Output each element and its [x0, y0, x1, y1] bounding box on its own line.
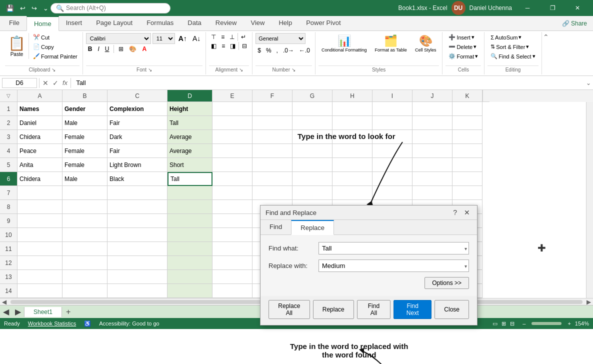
font-family-select[interactable]: Calibri	[86, 33, 151, 44]
cell-J3[interactable]	[412, 130, 452, 144]
cell-E1[interactable]	[212, 102, 252, 116]
cell-K2[interactable]	[452, 116, 482, 130]
tab-insert[interactable]: Insert	[59, 16, 90, 30]
zoom-in-icon[interactable]: +	[568, 320, 570, 326]
tab-file[interactable]: File	[2, 16, 26, 30]
select-all-icon[interactable]: ▽	[6, 93, 10, 98]
align-left-btn[interactable]: ◧	[209, 42, 218, 50]
cut-button[interactable]: ✂️ Cut	[31, 33, 80, 42]
cell-F4[interactable]	[252, 144, 292, 158]
bold-button[interactable]: B	[86, 45, 94, 53]
comma-btn[interactable]: ,	[274, 46, 280, 54]
cell-H3[interactable]	[332, 130, 372, 144]
font-size-select[interactable]: 11	[152, 33, 175, 44]
insert-function-icon[interactable]: fx	[62, 78, 68, 88]
format-as-table-button[interactable]: 🗂️ Format as Table	[372, 33, 410, 54]
cell-E4[interactable]	[212, 144, 252, 158]
cell-K6[interactable]	[452, 172, 482, 186]
dialog-tab-replace[interactable]: Replace	[291, 220, 334, 235]
increase-font-btn[interactable]: A↑	[176, 34, 189, 43]
scroll-sheets-left-icon[interactable]: ◀	[0, 307, 12, 316]
replace-with-dropdown-icon[interactable]: ▾	[464, 263, 467, 268]
cell-D7[interactable]	[168, 186, 212, 200]
col-header-D[interactable]: D	[168, 90, 212, 102]
row-header-2[interactable]: 2	[0, 116, 18, 130]
share-button[interactable]: 🔗 Share	[562, 20, 587, 27]
find-what-dropdown-icon[interactable]: ▾	[464, 246, 467, 251]
dialog-tab-find[interactable]: Find	[260, 220, 291, 234]
cell-C3[interactable]: Dark	[108, 130, 168, 144]
delete-button[interactable]: ➖ Delete ▾	[446, 42, 481, 51]
cell-H1[interactable]	[332, 102, 372, 116]
replace-button[interactable]: Replace	[313, 300, 354, 319]
cell-A6[interactable]: Chidera	[18, 172, 62, 186]
zoom-slider[interactable]	[532, 322, 562, 325]
cell-C7[interactable]	[108, 186, 168, 200]
sort-filter-button[interactable]: ⇅ Sort & Filter ▾	[488, 42, 538, 51]
align-middle-btn[interactable]: ≡	[219, 33, 226, 41]
cell-I1[interactable]	[372, 102, 412, 116]
find-select-button[interactable]: 🔍 Find & Select ▾	[488, 52, 538, 60]
col-header-J[interactable]: J	[412, 90, 452, 102]
restore-button[interactable]: ❐	[541, 0, 564, 16]
row-header-8[interactable]: 8	[0, 200, 18, 214]
col-header-A[interactable]: A	[18, 90, 62, 102]
paste-button[interactable]: 📋 Paste	[5, 33, 29, 59]
border-button[interactable]: ⊞	[116, 45, 126, 53]
format-painter-button[interactable]: 🖌️ Format Painter	[31, 52, 80, 60]
page-break-icon[interactable]: ⊟	[510, 320, 514, 327]
cell-B7[interactable]	[62, 186, 108, 200]
align-center-btn[interactable]: ≡	[220, 42, 227, 50]
cell-C1[interactable]: Complexion	[108, 102, 168, 116]
cell-J4[interactable]	[412, 144, 452, 158]
ribbon-collapse[interactable]: ⌃	[542, 32, 550, 74]
cell-F2[interactable]	[252, 116, 292, 130]
cell-F6[interactable]	[252, 172, 292, 186]
tab-data[interactable]: Data	[180, 16, 208, 30]
tab-formulas[interactable]: Formulas	[140, 16, 180, 30]
align-bottom-btn[interactable]: ⊥	[228, 33, 236, 41]
cell-K5[interactable]	[452, 158, 482, 172]
cell-E5[interactable]	[212, 158, 252, 172]
cell-D3[interactable]: Average	[168, 130, 212, 144]
customize-quick-btn[interactable]: ⌄	[41, 4, 50, 13]
cell-K3[interactable]	[452, 130, 482, 144]
cell-D4[interactable]: Average	[168, 144, 212, 158]
cell-I5[interactable]	[372, 158, 412, 172]
tab-home[interactable]: Home	[26, 16, 59, 31]
cell-K1[interactable]	[452, 102, 482, 116]
cell-E3[interactable]	[212, 130, 252, 144]
cell-H5[interactable]	[332, 158, 372, 172]
tab-power-pivot[interactable]: Power Pivot	[299, 16, 348, 30]
dialog-help-button[interactable]: ?	[451, 208, 459, 216]
cell-K4[interactable]	[452, 144, 482, 158]
decrease-decimal-btn[interactable]: ←.0	[297, 46, 312, 54]
col-header-B[interactable]: B	[62, 90, 108, 102]
save-quick-btn[interactable]: 💾	[4, 4, 16, 13]
cell-A1[interactable]: Names	[18, 102, 62, 116]
col-header-E[interactable]: E	[212, 90, 252, 102]
italic-button[interactable]: I	[96, 45, 101, 53]
wrap-text-btn[interactable]: ↵	[239, 33, 248, 41]
col-header-C[interactable]: C	[108, 90, 168, 102]
number-format-select[interactable]: General	[256, 33, 306, 44]
cell-B6[interactable]: Male	[62, 172, 108, 186]
collapse-icon[interactable]: ⌃	[543, 33, 549, 41]
cell-A3[interactable]: Chidera	[18, 130, 62, 144]
cell-C2[interactable]: Fair	[108, 116, 168, 130]
cell-C6[interactable]: Black	[108, 172, 168, 186]
cell-D1[interactable]: Height	[168, 102, 212, 116]
cell-F5[interactable]	[252, 158, 292, 172]
cell-B4[interactable]: Female	[62, 144, 108, 158]
cell-A7[interactable]	[18, 186, 62, 200]
format-button[interactable]: ⚙️ Format ▾	[446, 52, 481, 60]
cell-E2[interactable]	[212, 116, 252, 130]
row-header-13[interactable]: 13	[0, 270, 18, 284]
tab-page-layout[interactable]: Page Layout	[89, 16, 140, 30]
cell-H6[interactable]	[332, 172, 372, 186]
cell-B5[interactable]: Female	[62, 158, 108, 172]
workbook-stats-link[interactable]: Workbook Statistics	[28, 320, 76, 327]
cell-D6[interactable]: Tall	[168, 172, 212, 186]
cell-G1[interactable]	[292, 102, 332, 116]
col-header-I[interactable]: I	[372, 90, 412, 102]
